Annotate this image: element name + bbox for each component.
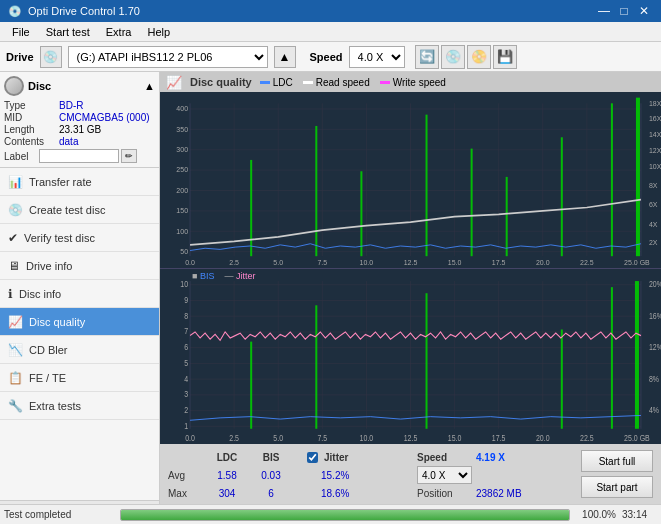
menu-file[interactable]: File bbox=[4, 24, 38, 40]
svg-text:4X: 4X bbox=[649, 219, 658, 229]
svg-rect-49 bbox=[360, 171, 362, 256]
nav-verify-test-disc-label: Verify test disc bbox=[24, 232, 95, 244]
svg-text:20.0: 20.0 bbox=[536, 258, 550, 268]
menu-start-test[interactable]: Start test bbox=[38, 24, 98, 40]
maximize-button[interactable]: □ bbox=[615, 2, 633, 20]
chart-header: 📈 Disc quality LDC Read speed Write spee… bbox=[160, 72, 661, 92]
nav-extra-tests[interactable]: 🔧 Extra tests bbox=[0, 392, 159, 420]
drive-label: Drive bbox=[6, 51, 34, 63]
drive-select[interactable]: (G:) ATAPI iHBS112 2 PL06 bbox=[68, 46, 268, 68]
position-label: Position bbox=[417, 488, 472, 499]
svg-text:5: 5 bbox=[184, 358, 188, 368]
jitter-legend: — Jitter bbox=[224, 271, 255, 281]
speed-select[interactable]: 4.0 X bbox=[349, 46, 405, 68]
jitter-header-row: Jitter bbox=[307, 448, 397, 466]
chart-area: 📈 Disc quality LDC Read speed Write spee… bbox=[160, 72, 661, 524]
minimize-button[interactable]: — bbox=[595, 2, 613, 20]
svg-text:250: 250 bbox=[176, 165, 188, 175]
svg-text:22.5: 22.5 bbox=[580, 258, 594, 268]
elapsed-time: 33:14 bbox=[622, 509, 657, 520]
svg-text:300: 300 bbox=[176, 145, 188, 155]
start-full-button[interactable]: Start full bbox=[581, 450, 653, 472]
svg-text:10: 10 bbox=[180, 279, 188, 289]
eject-button[interactable]: ▲ bbox=[274, 46, 296, 68]
avg-row: Avg 1.58 0.03 bbox=[168, 466, 291, 484]
fe-te-icon: 📋 bbox=[8, 371, 23, 385]
svg-text:350: 350 bbox=[176, 124, 188, 134]
label-edit-btn[interactable]: ✏ bbox=[121, 149, 137, 163]
close-button[interactable]: ✕ bbox=[635, 2, 653, 20]
chart-title: Disc quality bbox=[190, 76, 252, 88]
avg-label: Avg bbox=[168, 470, 203, 481]
label-input[interactable] bbox=[39, 149, 119, 163]
cd-bler-icon: 📉 bbox=[8, 343, 23, 357]
jitter-checkbox[interactable] bbox=[307, 452, 318, 463]
svg-text:6X: 6X bbox=[649, 200, 658, 210]
length-value: 23.31 GB bbox=[59, 124, 101, 135]
svg-rect-104 bbox=[315, 305, 317, 428]
bis-max-val: 6 bbox=[251, 488, 291, 499]
disc2-icon-btn[interactable]: 📀 bbox=[467, 45, 491, 69]
disc-icon-btn[interactable]: 💿 bbox=[441, 45, 465, 69]
drive-info-icon: 🖥 bbox=[8, 259, 20, 273]
verify-test-disc-icon: ✔ bbox=[8, 231, 18, 245]
svg-text:2.5: 2.5 bbox=[229, 433, 239, 443]
menu-help[interactable]: Help bbox=[139, 24, 178, 40]
menu-extra[interactable]: Extra bbox=[98, 24, 140, 40]
bottom-bar: Test completed 100.0% 33:14 bbox=[0, 504, 661, 524]
upper-chart-svg: 400 350 300 250 200 150 100 50 18X 16X 1… bbox=[160, 92, 661, 268]
nav-cd-bler[interactable]: 📉 CD Bler bbox=[0, 336, 159, 364]
lower-chart: ■ BIS — Jitter bbox=[160, 269, 661, 445]
save-button[interactable]: 💾 bbox=[493, 45, 517, 69]
status-text: Test completed bbox=[4, 509, 114, 520]
refresh-button[interactable]: 🔄 bbox=[415, 45, 439, 69]
jitter-avg-row: 15.2% bbox=[307, 466, 397, 484]
nav-cd-bler-label: CD Bler bbox=[29, 344, 68, 356]
nav-disc-info[interactable]: ℹ Disc info bbox=[0, 280, 159, 308]
disc-mid-row: MID CMCMAGBA5 (000) bbox=[4, 112, 155, 123]
nav-fe-te[interactable]: 📋 FE / TE bbox=[0, 364, 159, 392]
nav-verify-test-disc[interactable]: ✔ Verify test disc bbox=[0, 224, 159, 252]
start-part-button[interactable]: Start part bbox=[581, 476, 653, 498]
jitter-col-header: Jitter bbox=[324, 452, 348, 463]
label-key: Label bbox=[4, 151, 39, 162]
nav-disc-quality[interactable]: 📈 Disc quality bbox=[0, 308, 159, 336]
max-row: Max 304 6 bbox=[168, 484, 291, 502]
svg-rect-105 bbox=[426, 293, 428, 429]
svg-text:4: 4 bbox=[184, 373, 189, 383]
toolbar-icons: 🔄 💿 📀 💾 bbox=[415, 45, 517, 69]
bis-avg-val: 0.03 bbox=[251, 470, 291, 481]
lower-chart-svg: 10 9 8 7 6 5 4 3 2 1 20% 16% 12% 8% 4% bbox=[160, 269, 661, 445]
svg-text:25.0 GB: 25.0 GB bbox=[624, 433, 650, 443]
nav-create-test-disc-label: Create test disc bbox=[29, 204, 105, 216]
menubar: File Start test Extra Help bbox=[0, 22, 661, 42]
svg-text:14X: 14X bbox=[649, 130, 661, 140]
svg-text:22.5: 22.5 bbox=[580, 433, 594, 443]
disc-eject-btn[interactable]: ▲ bbox=[144, 80, 155, 92]
legend-read-speed: Read speed bbox=[303, 77, 370, 88]
speed-label: Speed bbox=[310, 51, 343, 63]
svg-text:15.0: 15.0 bbox=[448, 258, 462, 268]
nav-disc-info-label: Disc info bbox=[19, 288, 61, 300]
write-speed-legend-dot bbox=[380, 81, 390, 84]
disc-info-panel: Disc ▲ Type BD-R MID CMCMAGBA5 (000) Len… bbox=[0, 72, 159, 168]
nav-transfer-rate[interactable]: 📊 Transfer rate bbox=[0, 168, 159, 196]
mid-key: MID bbox=[4, 112, 59, 123]
svg-text:17.5: 17.5 bbox=[492, 258, 506, 268]
svg-text:9: 9 bbox=[184, 295, 188, 305]
bis-legend: ■ BIS bbox=[192, 271, 214, 281]
svg-text:7.5: 7.5 bbox=[317, 258, 327, 268]
main-area: Disc ▲ Type BD-R MID CMCMAGBA5 (000) Len… bbox=[0, 72, 661, 524]
svg-rect-47 bbox=[250, 160, 252, 256]
svg-text:12%: 12% bbox=[649, 342, 661, 352]
progress-bar-container bbox=[120, 509, 570, 521]
type-value: BD-R bbox=[59, 100, 83, 111]
disc-panel-header: Disc ▲ bbox=[4, 76, 155, 96]
jitter-max-val: 18.6% bbox=[321, 488, 349, 499]
app-icon: 💿 bbox=[8, 5, 22, 18]
read-speed-legend-dot bbox=[303, 81, 313, 84]
nav-drive-info[interactable]: 🖥 Drive info bbox=[0, 252, 159, 280]
speed-select-stats[interactable]: 4.0 X bbox=[417, 466, 472, 484]
progress-bar-fill bbox=[121, 510, 569, 520]
nav-create-test-disc[interactable]: 💿 Create test disc bbox=[0, 196, 159, 224]
